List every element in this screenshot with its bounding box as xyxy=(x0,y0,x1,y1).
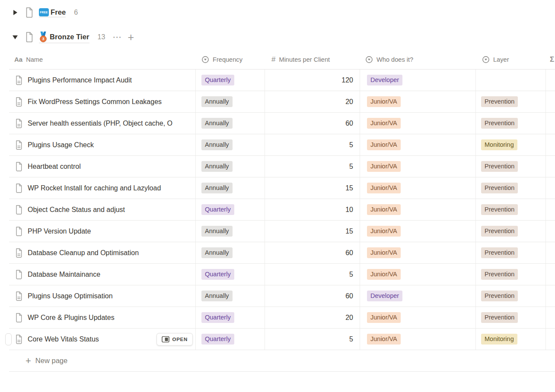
name-cell[interactable]: Plugins Usage Optimisation xyxy=(9,285,196,307)
who-cell[interactable]: Junior/VA xyxy=(360,199,476,220)
column-header-who-does-it-[interactable]: Who does it? xyxy=(360,50,476,69)
table-row[interactable]: Fix WordPress Settings Common LeakagesAn… xyxy=(9,91,555,113)
name-cell[interactable]: Plugins Usage Check xyxy=(9,134,196,155)
minutes-cell[interactable]: 60 xyxy=(265,285,360,307)
table-row[interactable]: WP Core & Plugins UpdatesQuarterly20Juni… xyxy=(9,307,555,329)
column-header-minutes-per-client[interactable]: #Minutes per Client xyxy=(265,50,360,69)
layer-cell[interactable]: Prevention xyxy=(476,264,546,285)
formula-cell[interactable] xyxy=(546,329,555,350)
table-row[interactable]: PHP Version UpdateAnnually15Junior/VAPre… xyxy=(9,221,555,242)
open-button[interactable]: OPEN xyxy=(156,333,193,345)
who-cell[interactable]: Junior/VA xyxy=(360,134,476,155)
table-row[interactable]: Core Web Vitals Status OPENQuarterly5Jun… xyxy=(9,329,555,350)
frequency-cell[interactable]: Annually xyxy=(196,113,265,134)
who-cell[interactable]: Developer xyxy=(360,70,476,91)
name-cell[interactable]: Database Maintainance xyxy=(9,264,196,285)
layer-cell[interactable]: Prevention xyxy=(476,242,546,263)
collapse-toggle-bronze[interactable] xyxy=(12,35,19,39)
frequency-cell[interactable]: Quarterly xyxy=(196,70,265,91)
expand-toggle-free[interactable] xyxy=(12,10,19,15)
minutes-cell[interactable]: 15 xyxy=(265,221,360,242)
who-cell[interactable]: Junior/VA xyxy=(360,91,476,112)
layer-cell[interactable]: Prevention xyxy=(476,113,546,134)
frequency-cell[interactable]: Annually xyxy=(196,285,265,307)
table-row[interactable]: Object Cache Status and adjustQuarterly1… xyxy=(9,199,555,221)
minutes-cell[interactable]: 5 xyxy=(265,329,360,350)
layer-cell[interactable]: Prevention xyxy=(476,221,546,242)
frequency-cell[interactable]: Quarterly xyxy=(196,329,265,350)
formula-cell[interactable] xyxy=(546,156,555,177)
minutes-cell[interactable]: 120 xyxy=(265,70,360,91)
layer-cell[interactable]: Prevention xyxy=(476,177,546,199)
name-cell[interactable]: Fix WordPress Settings Common Leakages xyxy=(9,91,196,112)
who-cell[interactable]: Junior/VA xyxy=(360,177,476,199)
frequency-cell[interactable]: Annually xyxy=(196,134,265,155)
who-cell[interactable]: Junior/VA xyxy=(360,242,476,263)
formula-cell[interactable] xyxy=(546,264,555,285)
column-header-name[interactable]: AaName xyxy=(9,50,196,69)
frequency-cell[interactable]: Quarterly xyxy=(196,199,265,220)
formula-cell[interactable] xyxy=(546,242,555,263)
frequency-cell[interactable]: Quarterly xyxy=(196,307,265,328)
formula-cell[interactable] xyxy=(546,221,555,242)
name-cell[interactable]: Plugins Performance Impact Audit xyxy=(9,70,196,91)
layer-cell[interactable]: Monitoring xyxy=(476,329,546,350)
table-row[interactable]: Server health essentials (PHP, Object ca… xyxy=(9,113,555,134)
layer-cell[interactable]: Prevention xyxy=(476,199,546,220)
who-cell[interactable]: Developer xyxy=(360,285,476,307)
minutes-cell[interactable]: 5 xyxy=(265,264,360,285)
minutes-cell[interactable]: 5 xyxy=(265,156,360,177)
table-row[interactable]: Plugins Usage OptimisationAnnually60Deve… xyxy=(9,285,555,307)
frequency-cell[interactable]: Annually xyxy=(196,91,265,112)
layer-cell[interactable]: Prevention xyxy=(476,91,546,112)
formula-cell[interactable] xyxy=(546,113,555,134)
layer-cell[interactable] xyxy=(476,70,546,91)
table-row[interactable]: Plugins Performance Impact AuditQuarterl… xyxy=(9,70,555,91)
frequency-cell[interactable]: Quarterly xyxy=(196,264,265,285)
formula-cell[interactable] xyxy=(546,285,555,307)
name-cell[interactable]: PHP Version Update xyxy=(9,221,196,242)
frequency-cell[interactable]: Annually xyxy=(196,177,265,199)
column-header-formula[interactable]: Σ xyxy=(546,50,555,69)
formula-cell[interactable] xyxy=(546,199,555,220)
minutes-cell[interactable]: 5 xyxy=(265,134,360,155)
column-header-frequency[interactable]: Frequency xyxy=(196,50,265,69)
column-header-layer[interactable]: Layer xyxy=(476,50,546,69)
frequency-cell[interactable]: Annually xyxy=(196,221,265,242)
minutes-cell[interactable]: 60 xyxy=(265,113,360,134)
table-row[interactable]: Heartbeat controlAnnually5Junior/VAPreve… xyxy=(9,156,555,177)
layer-cell[interactable]: Monitoring xyxy=(476,134,546,155)
name-cell[interactable]: Core Web Vitals Status OPEN xyxy=(9,329,196,350)
add-row-icon[interactable]: + xyxy=(128,33,134,41)
layer-cell[interactable]: Prevention xyxy=(476,307,546,328)
new-page-button[interactable]: + New page xyxy=(9,350,555,372)
table-row[interactable]: WP Rocket Install for caching and Lazylo… xyxy=(9,177,555,199)
name-cell[interactable]: Object Cache Status and adjust xyxy=(9,199,196,220)
formula-cell[interactable] xyxy=(546,91,555,112)
frequency-cell[interactable]: Annually xyxy=(196,242,265,263)
name-cell[interactable]: WP Core & Plugins Updates xyxy=(9,307,196,328)
formula-cell[interactable] xyxy=(546,177,555,199)
who-cell[interactable]: Junior/VA xyxy=(360,264,476,285)
minutes-cell[interactable]: 20 xyxy=(265,307,360,328)
name-cell[interactable]: Database Cleanup and Optimisation xyxy=(9,242,196,263)
layer-cell[interactable]: Prevention xyxy=(476,156,546,177)
formula-cell[interactable] xyxy=(546,134,555,155)
formula-cell[interactable] xyxy=(546,70,555,91)
table-row[interactable]: Plugins Usage CheckAnnually5Junior/VAMon… xyxy=(9,134,555,156)
who-cell[interactable]: Junior/VA xyxy=(360,307,476,328)
frequency-cell[interactable]: Annually xyxy=(196,156,265,177)
table-row[interactable]: Database Cleanup and OptimisationAnnuall… xyxy=(9,242,555,264)
minutes-cell[interactable]: 60 xyxy=(265,242,360,263)
formula-cell[interactable] xyxy=(546,307,555,328)
who-cell[interactable]: Junior/VA xyxy=(360,329,476,350)
name-cell[interactable]: Server health essentials (PHP, Object ca… xyxy=(9,113,196,134)
minutes-cell[interactable]: 20 xyxy=(265,91,360,112)
who-cell[interactable]: Junior/VA xyxy=(360,113,476,134)
more-options-icon[interactable]: ⋯ xyxy=(112,35,122,39)
minutes-cell[interactable]: 10 xyxy=(265,199,360,220)
minutes-cell[interactable]: 15 xyxy=(265,177,360,199)
name-cell[interactable]: Heartbeat control xyxy=(9,156,196,177)
layer-cell[interactable]: Prevention xyxy=(476,285,546,307)
who-cell[interactable]: Junior/VA xyxy=(360,156,476,177)
